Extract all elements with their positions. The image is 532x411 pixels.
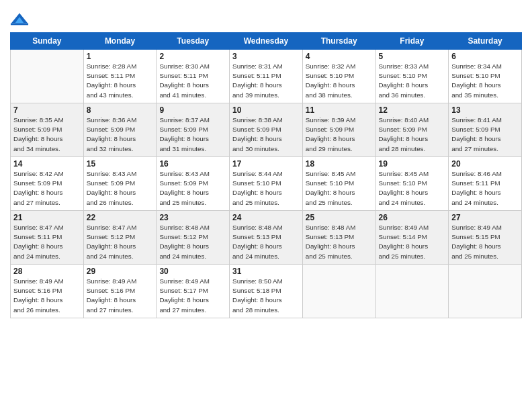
calendar-cell: 10Sunrise: 8:38 AMSunset: 5:09 PMDayligh…	[230, 103, 303, 157]
calendar-body: 1Sunrise: 8:28 AMSunset: 5:11 PMDaylight…	[11, 50, 522, 318]
calendar-cell: 17Sunrise: 8:44 AMSunset: 5:10 PMDayligh…	[230, 157, 303, 211]
day-detail: Sunrise: 8:34 AMSunset: 5:10 PMDaylight:…	[451, 62, 519, 100]
calendar-cell: 11Sunrise: 8:39 AMSunset: 5:09 PMDayligh…	[302, 103, 375, 157]
day-detail: Sunrise: 8:44 AMSunset: 5:10 PMDaylight:…	[232, 169, 300, 208]
day-detail: Sunrise: 8:49 AMSunset: 5:15 PMDaylight:…	[451, 223, 519, 261]
logo	[10, 9, 32, 28]
page-container: SundayMondayTuesdayWednesdayThursdayFrid…	[0, 0, 532, 325]
day-detail: Sunrise: 8:49 AMSunset: 5:17 PMDaylight:…	[159, 277, 226, 315]
day-detail: Sunrise: 8:49 AMSunset: 5:14 PMDaylight:…	[379, 223, 446, 261]
day-number: 28	[13, 267, 81, 276]
day-detail: Sunrise: 8:43 AMSunset: 5:09 PMDaylight:…	[159, 169, 226, 208]
day-number: 23	[159, 213, 226, 222]
day-detail: Sunrise: 8:43 AMSunset: 5:09 PMDaylight:…	[87, 169, 154, 208]
day-detail: Sunrise: 8:49 AMSunset: 5:16 PMDaylight:…	[13, 277, 81, 315]
day-number: 16	[159, 159, 226, 169]
day-detail: Sunrise: 8:50 AMSunset: 5:18 PMDaylight:…	[232, 277, 300, 315]
day-number: 6	[451, 52, 519, 61]
calendar-cell: 4Sunrise: 8:32 AMSunset: 5:10 PMDaylight…	[302, 50, 375, 103]
calendar-cell: 26Sunrise: 8:49 AMSunset: 5:14 PMDayligh…	[375, 211, 449, 265]
day-detail: Sunrise: 8:49 AMSunset: 5:16 PMDaylight:…	[87, 277, 154, 315]
day-number: 12	[379, 105, 446, 115]
weekday-header-tuesday: Tuesday	[157, 33, 230, 50]
calendar-cell: 7Sunrise: 8:35 AMSunset: 5:09 PMDaylight…	[11, 103, 84, 157]
day-detail: Sunrise: 8:47 AMSunset: 5:12 PMDaylight:…	[87, 223, 154, 261]
day-number: 14	[13, 159, 81, 169]
day-number: 1	[87, 52, 154, 61]
day-detail: Sunrise: 8:32 AMSunset: 5:10 PMDaylight:…	[306, 62, 373, 100]
weekday-header-wednesday: Wednesday	[230, 33, 303, 50]
day-number: 8	[87, 105, 154, 115]
calendar-cell: 3Sunrise: 8:31 AMSunset: 5:11 PMDaylight…	[230, 50, 303, 103]
calendar-cell: 9Sunrise: 8:37 AMSunset: 5:09 PMDaylight…	[157, 103, 230, 157]
calendar-cell: 2Sunrise: 8:30 AMSunset: 5:11 PMDaylight…	[157, 50, 230, 103]
weekday-header-thursday: Thursday	[302, 33, 375, 50]
calendar-cell: 14Sunrise: 8:42 AMSunset: 5:09 PMDayligh…	[11, 157, 84, 211]
day-number: 2	[159, 52, 226, 61]
calendar-cell: 20Sunrise: 8:46 AMSunset: 5:11 PMDayligh…	[449, 157, 522, 211]
calendar-cell	[375, 265, 449, 318]
day-detail: Sunrise: 8:48 AMSunset: 5:12 PMDaylight:…	[159, 223, 226, 261]
calendar-week-row: 1Sunrise: 8:28 AMSunset: 5:11 PMDaylight…	[11, 50, 522, 103]
day-number: 17	[232, 159, 300, 169]
day-detail: Sunrise: 8:48 AMSunset: 5:13 PMDaylight:…	[306, 223, 373, 261]
weekday-header-monday: Monday	[83, 33, 157, 50]
day-detail: Sunrise: 8:45 AMSunset: 5:10 PMDaylight:…	[306, 169, 373, 208]
day-number: 19	[379, 159, 446, 169]
day-number: 21	[13, 213, 81, 222]
day-detail: Sunrise: 8:48 AMSunset: 5:13 PMDaylight:…	[232, 223, 300, 261]
calendar-cell: 19Sunrise: 8:45 AMSunset: 5:10 PMDayligh…	[375, 157, 449, 211]
calendar-cell: 29Sunrise: 8:49 AMSunset: 5:16 PMDayligh…	[83, 265, 157, 318]
calendar-week-row: 28Sunrise: 8:49 AMSunset: 5:16 PMDayligh…	[11, 265, 522, 318]
day-number: 4	[306, 52, 373, 61]
day-detail: Sunrise: 8:37 AMSunset: 5:09 PMDaylight:…	[159, 116, 226, 154]
calendar-cell	[11, 50, 84, 103]
day-detail: Sunrise: 8:35 AMSunset: 5:09 PMDaylight:…	[13, 116, 81, 154]
calendar-cell: 12Sunrise: 8:40 AMSunset: 5:09 PMDayligh…	[375, 103, 449, 157]
weekday-header-sunday: Sunday	[11, 33, 84, 50]
day-number: 18	[306, 159, 373, 169]
day-number: 13	[451, 105, 519, 115]
day-detail: Sunrise: 8:38 AMSunset: 5:09 PMDaylight:…	[232, 116, 300, 154]
calendar-table: SundayMondayTuesdayWednesdayThursdayFrid…	[10, 32, 522, 318]
day-number: 7	[13, 105, 81, 115]
calendar-cell: 13Sunrise: 8:41 AMSunset: 5:09 PMDayligh…	[449, 103, 522, 157]
day-detail: Sunrise: 8:36 AMSunset: 5:09 PMDaylight:…	[87, 116, 154, 154]
weekday-header-friday: Friday	[375, 33, 449, 50]
calendar-cell: 5Sunrise: 8:33 AMSunset: 5:10 PMDaylight…	[375, 50, 449, 103]
weekday-header-row: SundayMondayTuesdayWednesdayThursdayFrid…	[11, 33, 522, 50]
day-detail: Sunrise: 8:42 AMSunset: 5:09 PMDaylight:…	[13, 169, 81, 208]
weekday-header-saturday: Saturday	[449, 33, 522, 50]
calendar-week-row: 7Sunrise: 8:35 AMSunset: 5:09 PMDaylight…	[11, 103, 522, 157]
day-detail: Sunrise: 8:41 AMSunset: 5:09 PMDaylight:…	[451, 116, 519, 154]
calendar-cell	[449, 265, 522, 318]
header	[10, 7, 522, 28]
day-number: 31	[232, 267, 300, 276]
calendar-cell: 28Sunrise: 8:49 AMSunset: 5:16 PMDayligh…	[11, 265, 84, 318]
day-number: 29	[87, 267, 154, 276]
day-detail: Sunrise: 8:47 AMSunset: 5:11 PMDaylight:…	[13, 223, 81, 261]
calendar-cell: 22Sunrise: 8:47 AMSunset: 5:12 PMDayligh…	[83, 211, 157, 265]
day-detail: Sunrise: 8:30 AMSunset: 5:11 PMDaylight:…	[159, 62, 226, 100]
calendar-cell: 31Sunrise: 8:50 AMSunset: 5:18 PMDayligh…	[230, 265, 303, 318]
calendar-header: SundayMondayTuesdayWednesdayThursdayFrid…	[11, 33, 522, 50]
calendar-cell: 23Sunrise: 8:48 AMSunset: 5:12 PMDayligh…	[157, 211, 230, 265]
day-detail: Sunrise: 8:46 AMSunset: 5:11 PMDaylight:…	[451, 169, 519, 208]
day-detail: Sunrise: 8:31 AMSunset: 5:11 PMDaylight:…	[232, 62, 300, 100]
day-number: 10	[232, 105, 300, 115]
calendar-cell: 24Sunrise: 8:48 AMSunset: 5:13 PMDayligh…	[230, 211, 303, 265]
day-number: 26	[379, 213, 446, 222]
calendar-cell: 27Sunrise: 8:49 AMSunset: 5:15 PMDayligh…	[449, 211, 522, 265]
calendar-cell: 30Sunrise: 8:49 AMSunset: 5:17 PMDayligh…	[157, 265, 230, 318]
logo-icon	[10, 9, 29, 28]
calendar-cell: 25Sunrise: 8:48 AMSunset: 5:13 PMDayligh…	[302, 211, 375, 265]
day-number: 22	[87, 213, 154, 222]
calendar-week-row: 14Sunrise: 8:42 AMSunset: 5:09 PMDayligh…	[11, 157, 522, 211]
day-number: 30	[159, 267, 226, 276]
calendar-cell: 1Sunrise: 8:28 AMSunset: 5:11 PMDaylight…	[83, 50, 157, 103]
calendar-cell: 18Sunrise: 8:45 AMSunset: 5:10 PMDayligh…	[302, 157, 375, 211]
calendar-cell: 16Sunrise: 8:43 AMSunset: 5:09 PMDayligh…	[157, 157, 230, 211]
day-detail: Sunrise: 8:40 AMSunset: 5:09 PMDaylight:…	[379, 116, 446, 154]
calendar-week-row: 21Sunrise: 8:47 AMSunset: 5:11 PMDayligh…	[11, 211, 522, 265]
day-number: 5	[379, 52, 446, 61]
